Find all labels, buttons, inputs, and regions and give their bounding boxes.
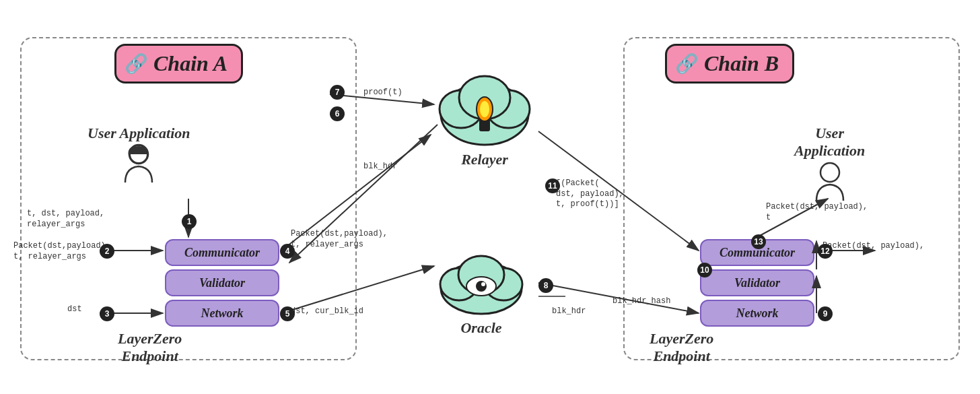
label-step12: Packet(dst, payload),t — [823, 241, 924, 262]
step-6: 6 — [330, 106, 345, 121]
label-step9-10: blk_hdr_hash — [612, 296, 670, 307]
left-lz-endpoint-label: LayerZeroEndpoint — [118, 330, 182, 366]
step-13: 13 — [751, 234, 766, 249]
chain-b-label: Chain B — [704, 51, 779, 76]
step-10: 10 — [697, 263, 712, 277]
step-5: 5 — [280, 306, 295, 321]
step-9: 9 — [818, 306, 833, 321]
relayer-container: Relayer — [431, 61, 538, 168]
step-3: 3 — [100, 306, 114, 321]
right-user-app-label: UserApplication — [794, 125, 865, 160]
chain-a-badge: 🔗 Chain A — [114, 44, 243, 84]
label-step3: dst — [67, 304, 82, 315]
chain-b-link-icon: 🔗 — [675, 53, 699, 75]
svg-point-9 — [480, 101, 489, 117]
right-network-box: Network — [700, 300, 814, 327]
chain-a-link-icon: 🔗 — [125, 53, 148, 75]
left-network-box: Network — [165, 300, 279, 327]
step-8: 8 — [538, 278, 553, 293]
step-1: 1 — [182, 214, 197, 229]
oracle-container: Oracle — [431, 242, 532, 337]
chain-b-badge: 🔗 Chain B — [665, 44, 794, 84]
step-2: 2 — [100, 244, 114, 259]
right-person-icon — [810, 160, 850, 209]
left-user-app-label: User Application — [88, 125, 190, 142]
step-12: 12 — [818, 244, 833, 259]
relayer-label: Relayer — [461, 151, 508, 168]
left-communicator-box: Communicator — [165, 239, 279, 266]
relayer-cloud-icon — [431, 61, 538, 148]
label-step5: dst, cur_blk_id — [291, 306, 363, 317]
label-step2: Packet(dst,payload),t, relayer_args — [13, 241, 110, 262]
svg-point-16 — [481, 282, 485, 286]
left-person-icon — [118, 142, 159, 191]
step-11: 11 — [545, 178, 560, 193]
label-step7: proof(t) — [363, 88, 403, 98]
oracle-cloud-icon — [431, 242, 532, 317]
label-step8: blk_hdr — [552, 306, 586, 317]
right-user-app: UserApplication — [794, 125, 865, 209]
svg-point-2 — [820, 163, 839, 182]
label-step4: Packet(dst,payload),t, relayer_args — [291, 229, 388, 250]
svg-point-15 — [476, 281, 487, 292]
right-lz-endpoint-label: LayerZeroEndpoint — [650, 330, 713, 366]
step-4: 4 — [280, 244, 295, 259]
left-validator-box: Validator — [165, 269, 279, 296]
right-validator-box: Validator — [700, 269, 814, 296]
diagram-container: 🔗 Chain A 🔗 Chain B User Application Use… — [0, 0, 980, 394]
label-step1: t, dst, payload,relayer_args — [27, 209, 104, 230]
label-step6: blk_hdr — [363, 162, 397, 172]
chain-a-label: Chain A — [153, 51, 228, 76]
left-user-app: User Application — [88, 125, 190, 191]
step-7: 7 — [330, 85, 345, 100]
oracle-label: Oracle — [460, 319, 501, 337]
label-step13: Packet(dst, payload),t — [766, 202, 868, 223]
label-step11: [(Packet( dst, payload), t, proof(t))] — [556, 178, 624, 210]
